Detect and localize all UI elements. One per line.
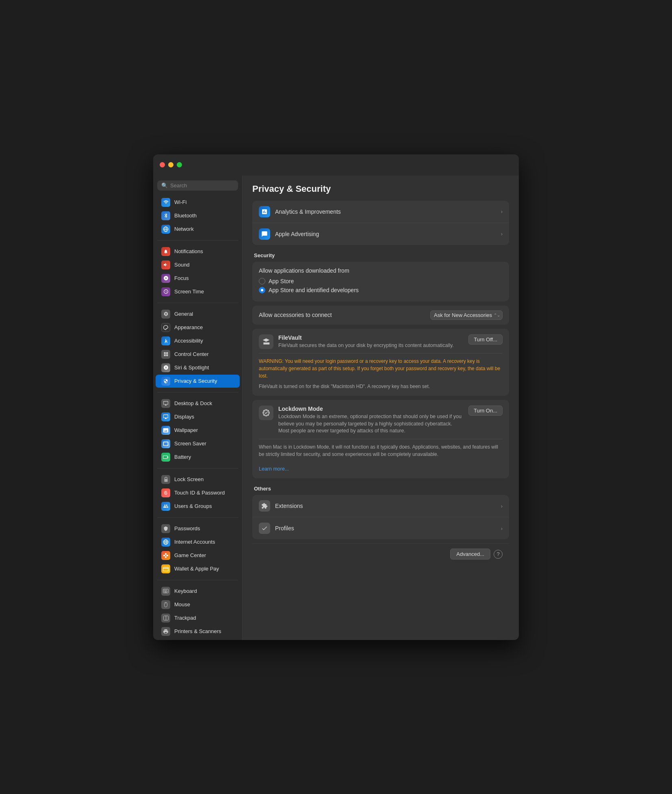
lockdown-divider <box>259 439 503 439</box>
radio-identified-btn[interactable] <box>259 287 265 293</box>
sidebar-item-keyboard[interactable]: Keyboard <box>156 585 240 598</box>
sidebar-item-users[interactable]: Users & Groups <box>156 500 240 513</box>
sidebar-divider-5 <box>157 517 238 518</box>
search-input[interactable] <box>170 182 234 189</box>
sidebar-item-controlcenter[interactable]: Control Center <box>156 348 240 361</box>
sidebar-item-screensaver[interactable]: Screen Saver <box>156 437 240 450</box>
sidebar-item-wallpaper[interactable]: Wallpaper <box>156 424 240 437</box>
keyboard-icon <box>161 587 170 596</box>
desktop-icon <box>161 399 170 408</box>
sidebar-item-sound[interactable]: Sound <box>156 258 240 271</box>
sidebar-item-label: Internet Accounts <box>174 539 215 545</box>
screentime-icon <box>161 287 170 296</box>
sidebar-item-appearance[interactable]: Appearance <box>156 321 240 334</box>
sidebar-item-label: Accessibility <box>174 338 203 344</box>
sidebar-item-wifi[interactable]: Wi-Fi <box>156 196 240 209</box>
sidebar-item-wallet[interactable]: Wallet & Apple Pay <box>156 562 240 575</box>
radio-appstore[interactable]: App Store <box>259 278 503 284</box>
sidebar-item-internetaccounts[interactable]: Internet Accounts <box>156 536 240 549</box>
allow-title: Allow applications downloaded from <box>259 267 503 274</box>
help-button[interactable]: ? <box>494 550 503 559</box>
radio-identified[interactable]: App Store and identified developers <box>259 287 503 293</box>
privacy-icon <box>161 377 170 386</box>
wallpaper-icon <box>161 426 170 435</box>
sidebar-item-label: Printers & Scanners <box>174 628 221 634</box>
sidebar-item-label: Game Center <box>174 552 206 558</box>
sound-icon <box>161 260 170 269</box>
titlebar <box>153 154 519 176</box>
sidebar-item-battery[interactable]: Battery <box>156 451 240 464</box>
analytics-row[interactable]: Analytics & Improvements › <box>252 201 509 223</box>
lockdown-card: Lockdown Mode Lockdown Mode is an extrem… <box>252 400 509 478</box>
sidebar-item-label: Lock Screen <box>174 476 204 482</box>
sidebar-item-bluetooth[interactable]: Bluetooth <box>156 209 240 222</box>
close-button[interactable] <box>160 162 165 167</box>
maximize-button[interactable] <box>177 162 182 167</box>
svg-rect-7 <box>166 354 168 356</box>
analytics-icon <box>259 206 270 217</box>
sidebar-item-gamecenter[interactable]: Game Center <box>156 549 240 562</box>
sidebar-item-privacy[interactable]: Privacy & Security <box>156 375 240 388</box>
sidebar-item-network[interactable]: Network <box>156 223 240 236</box>
analytics-label: Analytics & Improvements <box>275 208 496 215</box>
sidebar-item-label: Displays <box>174 414 194 420</box>
radio-appstore-btn[interactable] <box>259 278 265 284</box>
wifi-icon <box>161 198 170 207</box>
sidebar-item-touchid[interactable]: Touch ID & Password <box>156 486 240 499</box>
accessories-select-wrapper: Ask for New Accessories Always Never <box>430 310 503 320</box>
advertising-row[interactable]: Apple Advertising › <box>252 223 509 245</box>
sidebar-item-lockscreen[interactable]: Lock Screen <box>156 473 240 486</box>
mouse-icon <box>161 600 170 609</box>
sidebar-item-desktop[interactable]: Desktop & Dock <box>156 397 240 410</box>
sidebar-section-prefs: Notifications Sound Focus <box>153 243 242 300</box>
advanced-button[interactable]: Advanced... <box>450 549 490 560</box>
sidebar-item-label: Network <box>174 226 194 232</box>
filevault-btn[interactable]: Turn Off... <box>468 334 503 345</box>
displays-icon <box>161 412 170 421</box>
accessories-select[interactable]: Ask for New Accessories Always Never <box>430 310 503 320</box>
learn-more-link[interactable]: Learn more... <box>259 466 289 472</box>
sidebar-item-general[interactable]: General <box>156 308 240 321</box>
sidebar-item-displays[interactable]: Displays <box>156 410 240 423</box>
sidebar-item-label: Focus <box>174 275 189 281</box>
sidebar-item-focus[interactable]: Focus <box>156 272 240 285</box>
filevault-warning: WARNING: You will need your login passwo… <box>259 358 503 380</box>
sidebar-section-display: Desktop & Dock Displays Wallpaper <box>153 395 242 466</box>
sidebar-item-siri[interactable]: Siri & Spotlight <box>156 361 240 374</box>
top-settings-card: Analytics & Improvements › Apple Adverti… <box>252 201 509 245</box>
filevault-info: FileVault FileVault secures the data on … <box>278 334 464 349</box>
touchid-icon <box>161 488 170 497</box>
sidebar-item-label: Mouse <box>174 601 190 607</box>
accessories-label: Allow accessories to connect <box>259 312 332 318</box>
minimize-button[interactable] <box>168 162 173 167</box>
sidebar-item-printers[interactable]: Printers & Scanners <box>156 625 240 638</box>
sidebar-item-screentime[interactable]: Screen Time <box>156 285 240 298</box>
main-content: Privacy & Security Analytics & Improveme… <box>243 176 519 640</box>
network-icon <box>161 225 170 234</box>
filevault-header: FileVault FileVault secures the data on … <box>259 334 503 349</box>
svg-point-13 <box>165 540 167 545</box>
lockdown-btn[interactable]: Turn On... <box>468 406 503 416</box>
profiles-row[interactable]: Profiles › <box>252 517 509 539</box>
sidebar-item-notifications[interactable]: Notifications <box>156 245 240 258</box>
sidebar-item-trackpad[interactable]: Trackpad <box>156 612 240 625</box>
lockdown-info: Lockdown Mode Lockdown Mode is an extrem… <box>278 406 464 435</box>
extensions-row[interactable]: Extensions › <box>252 495 509 517</box>
search-icon: 🔍 <box>161 182 168 189</box>
sidebar-item-mouse[interactable]: Mouse <box>156 598 240 611</box>
download-allow-block: Allow applications downloaded from App S… <box>252 262 509 302</box>
bottom-bar: Advanced... ? <box>252 543 509 564</box>
svg-rect-22 <box>164 591 165 592</box>
lockdown-desc2: When Mac is in Lockdown Mode, it will no… <box>259 443 503 473</box>
sidebar-item-passwords[interactable]: Passwords <box>156 522 240 535</box>
sidebar-item-label: Siri & Spotlight <box>174 364 209 371</box>
lockdown-desc1: Lockdown Mode is an extreme, optional pr… <box>278 413 464 435</box>
search-box[interactable]: 🔍 <box>157 180 238 191</box>
svg-rect-20 <box>165 590 166 591</box>
svg-point-12 <box>163 540 168 545</box>
sidebar-item-accessibility[interactable]: Accessibility <box>156 334 240 347</box>
sidebar-item-label: Screen Saver <box>174 440 206 447</box>
gamecenter-icon <box>161 551 170 560</box>
filevault-divider <box>259 353 503 354</box>
radio-identified-label: App Store and identified developers <box>269 287 359 293</box>
